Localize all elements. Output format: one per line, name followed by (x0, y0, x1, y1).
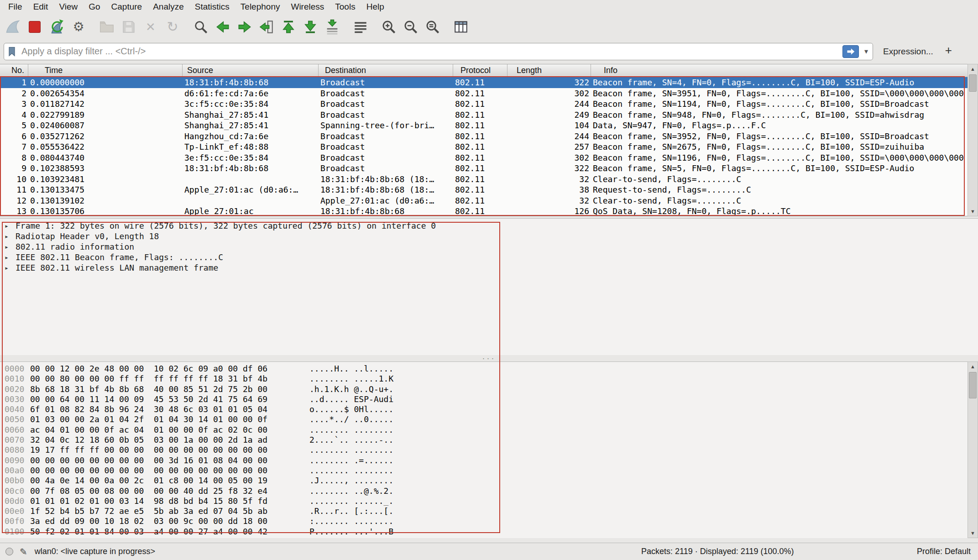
zoom-original-button[interactable] (422, 16, 444, 37)
hex-ascii[interactable]: P....... ...'...B (309, 527, 393, 537)
column-header-destination[interactable]: Destination (319, 64, 453, 77)
menu-go[interactable]: Go (83, 1, 105, 13)
menu-file[interactable]: File (3, 1, 28, 13)
reload-file-button[interactable]: ↻ (162, 16, 183, 37)
capture-options-button[interactable]: ⚙ (68, 16, 89, 37)
capture-comment-icon[interactable]: ✎ (20, 546, 27, 557)
hex-bytes[interactable]: 00 7f 08 05 00 08 00 00 00 00 40 dd 25 f… (30, 486, 277, 496)
hex-bytes[interactable]: 6f 01 08 82 84 8b 96 24 30 48 6c 03 01 0… (30, 404, 277, 414)
hex-row[interactable]: 00e0 1f 52 b4 b5 b7 72 ae e5 5b ab 3a ed… (0, 506, 968, 516)
hex-ascii[interactable]: ........ ........ (309, 445, 393, 455)
stop-capture-button[interactable] (24, 16, 46, 37)
scroll-down-icon[interactable]: ▼ (968, 529, 978, 538)
hex-ascii[interactable]: ..d..... ESP-Audi (309, 394, 393, 404)
packet-row[interactable]: 12 0.130139102 Apple_27:01:ac (d0:a6:… 8… (0, 195, 968, 206)
packet-row[interactable]: 7 0.055536422 Tp-LinkT_ef:48:88 Broadcas… (0, 141, 968, 152)
pane-splitter[interactable]: ··· (0, 355, 978, 361)
scroll-up-icon[interactable]: ▲ (968, 64, 978, 73)
hex-row[interactable]: 0090 00 00 00 00 00 00 00 00 00 3d 16 01… (0, 455, 968, 466)
hex-ascii[interactable]: .R...r.. [.:...[. (309, 506, 393, 516)
expander-icon[interactable]: ▸ (5, 222, 11, 230)
packet-row[interactable]: 11 0.130133475 Apple_27:01:ac (d0:a6:… 1… (0, 184, 968, 195)
go-to-packet-button[interactable] (256, 16, 277, 37)
expander-icon[interactable]: ▸ (5, 243, 11, 251)
hex-ascii[interactable]: .h.1.K.h @..Q-u+. (309, 384, 393, 394)
column-header-length[interactable]: Length (507, 64, 591, 77)
hex-ascii[interactable]: ........ ......_. (309, 496, 393, 506)
hex-bytes[interactable]: ac 04 01 00 00 0f ac 04 01 00 00 0f ac 0… (30, 425, 277, 435)
hex-bytes[interactable]: 00 00 00 00 00 00 00 00 00 00 00 00 00 0… (30, 466, 277, 476)
packet-row[interactable]: 6 0.035271262 Hangzhou_cd:7a:6e Broadcas… (0, 131, 968, 142)
hex-row[interactable]: 0050 01 03 00 00 2a 01 04 2f 01 04 30 14… (0, 414, 968, 424)
hex-bytes[interactable]: 19 17 ff ff ff 00 00 00 00 00 00 00 00 0… (30, 445, 277, 455)
packet-row[interactable]: 9 0.102388593 18:31:bf:4b:8b:68 Broadcas… (0, 163, 968, 174)
menu-help[interactable]: Help (361, 1, 390, 13)
detail-line[interactable]: ▸ 802.11 radio information (0, 241, 978, 252)
hex-ascii[interactable]: ........ .=...... (309, 455, 393, 466)
go-to-top-button[interactable] (277, 16, 299, 37)
splitter-handle-icon[interactable]: ··· (482, 357, 496, 360)
menu-telephony[interactable]: Telephony (235, 1, 286, 13)
filter-bookmark-icon[interactable] (7, 46, 18, 57)
hex-ascii[interactable]: .....H.. ..l..... (309, 364, 393, 374)
hex-row[interactable]: 0010 00 00 80 00 00 00 ff ff ff ff ff ff… (0, 374, 968, 384)
hex-row[interactable]: 0100 50 f2 02 01 01 84 00 03 a4 00 00 27… (0, 527, 968, 537)
packet-row[interactable]: 8 0.080443740 3e:f5:cc:0e:35:84 Broadcas… (0, 152, 968, 163)
packet-row[interactable]: 3 0.011827142 3c:f5:cc:0e:35:84 Broadcas… (0, 99, 968, 110)
menu-wireless[interactable]: Wireless (285, 1, 329, 13)
detail-line[interactable]: ▸ IEEE 802.11 Beacon frame, Flags: .....… (0, 252, 978, 262)
packet-row[interactable]: 1 0.000000000 18:31:bf:4b:8b:68 Broadcas… (0, 77, 968, 88)
display-filter-input[interactable] (21, 46, 839, 57)
hex-bytes[interactable]: 00 00 64 00 11 14 00 09 45 53 50 2d 41 7… (30, 394, 277, 404)
hex-ascii[interactable]: ........ ..@.%.2. (309, 486, 393, 496)
menu-view[interactable]: View (53, 1, 83, 13)
scrollbar-thumb[interactable] (969, 372, 977, 398)
hex-row[interactable]: 0040 6f 01 08 82 84 8b 96 24 30 48 6c 03… (0, 404, 968, 414)
hex-row[interactable]: 0020 8b 68 18 31 bf 4b 8b 68 40 00 85 51… (0, 384, 968, 394)
menu-edit[interactable]: Edit (28, 1, 54, 13)
go-back-button[interactable] (212, 16, 234, 37)
open-file-button[interactable] (96, 16, 118, 37)
hex-row[interactable]: 00a0 00 00 00 00 00 00 00 00 00 00 00 00… (0, 466, 968, 476)
profile-status[interactable]: Profile: Default (917, 547, 971, 556)
hex-row[interactable]: 0070 32 04 0c 12 18 60 0b 05 03 00 1a 00… (0, 435, 968, 445)
column-header-protocol[interactable]: Protocol (453, 64, 507, 77)
capture-status-icon[interactable] (5, 548, 13, 555)
display-filter-box[interactable]: ▾ (4, 43, 873, 60)
hex-bytes[interactable]: 00 00 12 00 2e 48 00 00 10 02 6c 09 a0 0… (30, 364, 277, 374)
hex-row[interactable]: 0030 00 00 64 00 11 14 00 09 45 53 50 2d… (0, 394, 968, 404)
detail-line[interactable]: ▸ Frame 1: 322 bytes on wire (2576 bits)… (0, 220, 978, 231)
packet-row[interactable]: 4 0.022799189 Shanghai_27:85:41 Broadcas… (0, 110, 968, 120)
hex-pane-scrollbar[interactable]: ▲ ▼ (968, 361, 978, 538)
hex-row[interactable]: 00b0 00 4a 0e 14 00 0a 00 2c 01 c8 00 14… (0, 476, 968, 486)
resize-columns-button[interactable] (450, 16, 472, 37)
column-header-info[interactable]: Info (591, 64, 968, 77)
hex-ascii[interactable]: o......$ 0Hl..... (309, 404, 393, 414)
packet-list-scrollbar[interactable]: ▲ ▼ (968, 64, 978, 216)
expression-button[interactable]: Expression... (879, 45, 937, 58)
auto-scroll-button[interactable] (321, 16, 343, 37)
zoom-out-button[interactable] (400, 16, 422, 37)
menu-tools[interactable]: Tools (329, 1, 361, 13)
expander-icon[interactable]: ▸ (5, 264, 11, 272)
hex-bytes[interactable]: 01 01 01 02 01 00 03 14 98 d8 bd b4 15 8… (30, 496, 277, 506)
column-header-source[interactable]: Source (183, 64, 319, 77)
hex-bytes[interactable]: 00 4a 0e 14 00 0a 00 2c 01 c8 00 14 00 0… (30, 476, 277, 486)
filter-dropdown-chevron-icon[interactable]: ▾ (863, 47, 870, 56)
menu-capture[interactable]: Capture (106, 1, 148, 13)
expander-icon[interactable]: ▸ (5, 253, 11, 262)
hex-row[interactable]: 0080 19 17 ff ff ff 00 00 00 00 00 00 00… (0, 445, 968, 455)
go-forward-button[interactable] (234, 16, 256, 37)
packet-row[interactable]: 10 0.103923481 18:31:bf:4b:8b:68 (18:… 8… (0, 174, 968, 185)
scroll-down-icon[interactable]: ▼ (968, 207, 978, 216)
go-to-bottom-button[interactable] (299, 16, 321, 37)
column-header-no[interactable]: No. (0, 64, 28, 77)
find-packet-button[interactable] (190, 16, 212, 37)
scroll-up-icon[interactable]: ▲ (968, 362, 978, 371)
hex-row[interactable]: 00c0 00 7f 08 05 00 08 00 00 00 00 40 dd… (0, 486, 968, 496)
packet-row[interactable]: 5 0.024060087 Shanghai_27:85:41 Spanning… (0, 120, 968, 131)
hex-ascii[interactable]: ........ ........ (309, 466, 393, 476)
hex-bytes[interactable]: 32 04 0c 12 18 60 0b 05 03 00 1a 00 00 2… (30, 435, 277, 445)
menu-statistics[interactable]: Statistics (189, 1, 235, 13)
packet-row[interactable]: 13 0.130135706 Apple_27:01:ac 18:31:bf:4… (0, 206, 968, 216)
